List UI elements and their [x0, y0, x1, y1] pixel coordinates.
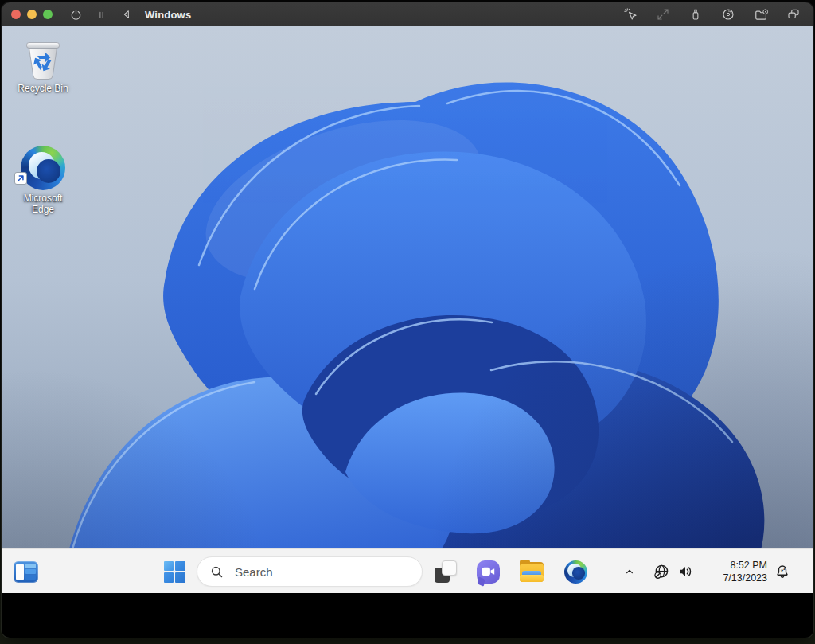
folder-icon — [520, 562, 544, 582]
notification-center-button[interactable]: z z — [770, 557, 794, 586]
capture-cursor-button[interactable] — [620, 5, 641, 24]
clock[interactable]: 8:52 PM 7/13/2023 — [723, 559, 767, 584]
widgets-button[interactable] — [11, 557, 40, 586]
recycle-bin-icon — [23, 37, 63, 80]
power-icon — [69, 8, 83, 21]
minimize-button[interactable] — [27, 10, 37, 19]
globe-no-internet-icon — [653, 563, 670, 580]
traffic-lights — [11, 10, 53, 19]
desktop-icon-label: MicrosoftEdge — [24, 193, 63, 215]
zoom-button[interactable] — [43, 10, 53, 19]
desktop-icon-recycle-bin[interactable]: Recycle Bin — [6, 37, 80, 94]
desktop-icon-microsoft-edge[interactable]: MicrosoftEdge — [6, 146, 80, 215]
back-triangle-icon — [120, 8, 133, 21]
edge-icon — [564, 560, 587, 584]
vm-window: Windows — [2, 2, 813, 638]
edge-icon — [21, 146, 65, 190]
taskbar: Search — [2, 548, 813, 593]
windows-desktop: Recycle Bin MicrosoftEdge Windows 11 Pro… — [2, 26, 813, 593]
edge-browser-button[interactable] — [561, 557, 590, 586]
task-view-button[interactable] — [431, 557, 460, 586]
pause-button[interactable] — [91, 5, 111, 24]
disk-icon — [721, 7, 735, 21]
search-icon — [209, 564, 224, 580]
task-view-icon — [434, 560, 458, 584]
tray-time: 8:52 PM — [723, 559, 767, 572]
tray-date: 7/13/2023 — [723, 572, 767, 584]
speaker-icon — [677, 563, 694, 580]
resize-button[interactable] — [653, 5, 673, 24]
bell-dnd-icon: z z — [774, 563, 791, 580]
shared-folder-button[interactable] — [751, 5, 771, 24]
macos-background: Windows — [0, 0, 815, 644]
windows-start-icon — [164, 561, 185, 583]
chat-button[interactable] — [474, 557, 502, 586]
file-explorer-button[interactable] — [517, 557, 546, 586]
arrow-up-right-icon — [17, 174, 25, 182]
bloom-wallpaper — [2, 26, 813, 593]
displays-button[interactable] — [783, 5, 804, 24]
volume-button[interactable] — [673, 557, 697, 586]
network-status-button[interactable] — [649, 557, 673, 586]
search-box[interactable]: Search — [197, 556, 423, 587]
diagonal-arrows-icon — [656, 7, 670, 21]
vm-titlebar: Windows — [2, 2, 813, 26]
start-button[interactable] — [160, 557, 189, 586]
chat-video-icon — [477, 560, 500, 584]
back-button[interactable] — [116, 5, 137, 24]
tray-overflow-button[interactable] — [619, 557, 640, 586]
widgets-icon — [14, 561, 38, 583]
power-button[interactable] — [65, 5, 86, 24]
close-button[interactable] — [11, 10, 21, 19]
chevron-up-icon — [623, 565, 636, 578]
usb-button[interactable] — [685, 5, 706, 24]
vm-toolbar-right — [620, 5, 804, 24]
pause-icon — [96, 9, 107, 21]
disk-button[interactable] — [718, 5, 739, 24]
displays-icon — [786, 7, 801, 21]
shared-folder-icon — [754, 7, 769, 22]
desktop-icon-label: Recycle Bin — [18, 83, 68, 94]
cursor-sparkle-icon — [623, 7, 638, 21]
vm-window-title: Windows — [145, 9, 191, 21]
search-placeholder: Search — [235, 565, 273, 579]
shortcut-badge — [14, 172, 27, 185]
usb-icon — [688, 7, 703, 21]
